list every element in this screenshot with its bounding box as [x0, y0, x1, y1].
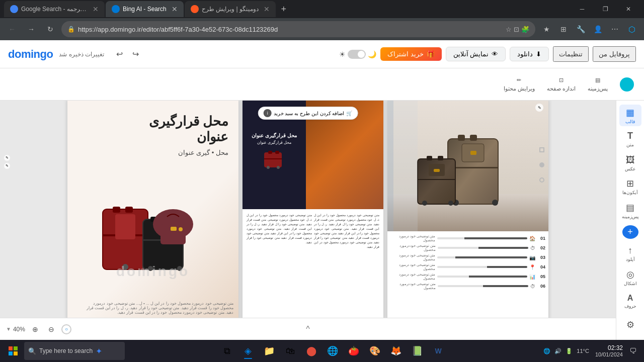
taskbar-pomodoro[interactable]: 🍅: [344, 342, 364, 360]
back-button[interactable]: ←: [4, 21, 20, 37]
taskbar-chrome[interactable]: ⬤: [301, 342, 321, 360]
page-scroll-up[interactable]: ^: [306, 325, 310, 334]
taskbar-store[interactable]: 🛍: [280, 342, 300, 360]
panel-left-content: محل قرارگیری عنوان محل • گیری عنوان: [67, 101, 238, 318]
taskbar-app-firefox[interactable]: 🦊: [386, 342, 406, 360]
redo-button[interactable]: ↪: [128, 47, 142, 61]
extensions-icon[interactable]: 🧩: [521, 26, 529, 33]
page-size-icon: ⊡: [559, 77, 564, 83]
svg-point-21: [267, 166, 270, 169]
settings-button[interactable]: تنظیمات: [553, 46, 589, 62]
taskbar-explorer[interactable]: 📁: [259, 342, 279, 360]
sidebar-template-button[interactable]: ▦ قالب: [619, 105, 641, 126]
svg-rect-44: [14, 346, 18, 350]
sidebar-shapes-button[interactable]: ◎ اشکال: [619, 266, 641, 288]
tab-bar: Google Search - گوگل · ترجمه ✕ Bing AI -…: [0, 0, 644, 18]
browser-extensions[interactable]: 🔧: [573, 21, 589, 37]
sidebar-background-button[interactable]: ▤ پس‌زمینه: [619, 200, 641, 221]
sidebar-settings-button[interactable]: ⚙: [619, 314, 641, 336]
sidebar-icons-button[interactable]: ⊞ آیکون‌ها: [619, 176, 641, 198]
zoom-out-button[interactable]: ⊖: [45, 323, 57, 335]
toggle-switch[interactable]: [348, 50, 366, 59]
buy-subscription-button[interactable]: 🎁 خرید اشتراک: [380, 47, 442, 61]
bg-icon: ▤: [626, 202, 634, 213]
list-item: 03 📷 متن توضیحی خود درمورد محصول: [390, 253, 545, 261]
header-right: پروفایل من تنظیمات ⬇ دانلود 👁 نمایش آنلا…: [339, 46, 636, 62]
forward-button[interactable]: →: [23, 21, 39, 37]
taskbar-word[interactable]: W: [428, 342, 448, 360]
app-logo: domingo: [8, 48, 53, 61]
close-button[interactable]: ✕: [617, 0, 640, 18]
sidebar-image-button[interactable]: 🖼 عکس: [619, 152, 641, 174]
refresh-button[interactable]: ↻: [42, 21, 58, 37]
toolbar-background[interactable]: ▤ پس‌زمینه: [588, 77, 608, 92]
right-scroll-top[interactable]: [539, 147, 544, 152]
profile-menu-button[interactable]: پروفایل من: [593, 46, 636, 62]
sidebar-upload-button[interactable]: ↑ آپلود: [619, 243, 641, 264]
taskbar-taskview[interactable]: ⧉: [217, 342, 237, 360]
bottom-text: متن توضیحی خود درمورد محصول خود را در ای…: [79, 301, 233, 315]
right-scroll-middle[interactable]: [539, 162, 544, 167]
new-tab-button[interactable]: +: [277, 2, 291, 16]
favorites-button[interactable]: ★: [538, 21, 554, 37]
download-button[interactable]: ⬇ دانلود: [510, 47, 549, 61]
canvas-panel-center[interactable]: محل قرارگیری عنوان محل قرارگیری عنوان: [243, 101, 383, 318]
collections-button[interactable]: ⊞: [555, 21, 572, 37]
taskbar-app-paint[interactable]: 🎨: [365, 342, 385, 360]
sidebar-text-button[interactable]: T متن: [619, 128, 641, 150]
center-luggage-small: [259, 145, 289, 175]
url-bar[interactable]: 🔒 https://app.domingo.ir/editor/abf5ff6f…: [61, 21, 535, 37]
tab-3-close[interactable]: ✕: [264, 5, 270, 13]
cortana-circle: ○: [61, 324, 71, 334]
add-element-button[interactable]: +: [622, 225, 638, 239]
taskbar-app-green[interactable]: 📗: [407, 342, 427, 360]
taskbar-search-icon: 🔍: [28, 347, 36, 355]
info-list: 01 🏠 متن توضیحی خود درمورد محصول 02 ⏱ مت…: [390, 234, 545, 290]
star-icon[interactable]: ☆: [506, 26, 512, 33]
undo-button[interactable]: ↩: [112, 47, 126, 61]
canvas-wrapper: محل قرارگیری عنوان محل • گیری عنوان: [57, 101, 558, 318]
canvas-panel-left[interactable]: محل قرارگیری عنوان محل • گیری عنوان: [67, 101, 238, 318]
tab-1-close[interactable]: ✕: [93, 5, 99, 13]
notifications-button[interactable]: 🗨: [626, 342, 640, 360]
more-button[interactable]: ⋯: [607, 21, 623, 37]
volume-icon[interactable]: 🔊: [553, 347, 562, 355]
content-edit-label: ویرایش محتوا: [504, 85, 535, 92]
right-scroll-bottom[interactable]: [539, 177, 544, 183]
profile-button[interactable]: 👤: [590, 21, 606, 37]
zoom-in-button[interactable]: ⊕: [29, 323, 41, 335]
url-text: https://app.domingo.ir/editor/abf5ff6f-7…: [78, 26, 503, 33]
battery-icon[interactable]: 🔋: [565, 347, 574, 355]
taskbar-search-box[interactable]: 🔍 Type here to search ✦: [24, 342, 125, 360]
svg-rect-30: [470, 151, 476, 155]
background-color-picker[interactable]: [620, 77, 634, 92]
sidebar-font-button[interactable]: A حروف: [619, 290, 641, 312]
taskbar-app-globe[interactable]: 🌐: [323, 342, 343, 360]
maximize-button[interactable]: ❐: [594, 0, 617, 18]
right-edit-dot[interactable]: ✎: [535, 104, 543, 112]
svg-rect-19: [275, 151, 279, 154]
online-preview-button[interactable]: 👁 نمایش آنلاین: [446, 47, 506, 61]
taskbar-edge[interactable]: ◈: [238, 342, 258, 360]
toolbar-content-edit[interactable]: ✏ ویرایش محتوا: [504, 77, 535, 92]
theme-toggle[interactable]: 🌙 ☀: [339, 50, 376, 59]
split-icon[interactable]: ⊡: [514, 26, 519, 33]
tab-2-close[interactable]: ✕: [172, 5, 178, 13]
minimize-button[interactable]: ─: [571, 0, 594, 18]
system-clock[interactable]: 02:32 10/01/2024: [595, 344, 623, 357]
tab-2[interactable]: Bing AI - Search ✕: [106, 1, 184, 17]
zoom-dropdown-arrow[interactable]: ▼: [6, 326, 11, 332]
shapes-icon: ◎: [626, 269, 634, 280]
start-button[interactable]: [4, 342, 22, 360]
network-icon[interactable]: 🌐: [542, 347, 551, 355]
canvas-panel-right[interactable]: ✎ 01 🏠 متن توضیحی خود درمورد محصول: [387, 101, 548, 318]
copilot-button[interactable]: ⬡: [624, 21, 640, 37]
toolbar-page-size[interactable]: ⊡ اندازه صفحه: [547, 77, 576, 92]
tab-3[interactable]: دومینگو | ویرایش طرح ✕: [185, 1, 276, 17]
svg-rect-34: [427, 156, 432, 160]
tab-1[interactable]: Google Search - گوگل · ترجمه ✕: [4, 1, 105, 17]
temp-indicator: 11°C: [576, 347, 590, 355]
online-label: نمایش آنلاین: [453, 50, 489, 58]
editor-bottom-bar: ▼ 40% ⊕ ⊖ ○ ^: [0, 318, 616, 340]
add-to-cart-button[interactable]: 🛒 اضافه کردن این طرح به سبد خرید i: [258, 107, 358, 120]
